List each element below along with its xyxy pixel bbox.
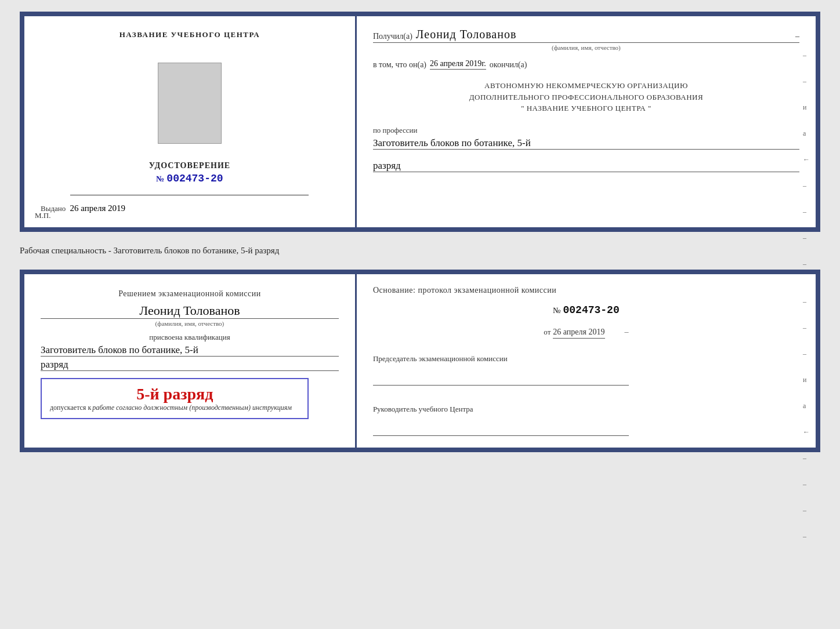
cert1-number-prefix: №	[156, 174, 164, 184]
cert1-okonchil-label: окончил(а)	[490, 60, 527, 70]
cert1-auto-line2: ДОПОЛНИТЕЛЬНОГО ПРОФЕССИОНАЛЬНОГО ОБРАЗО…	[373, 92, 799, 103]
cert2-ot-date: 26 апреля 2019	[553, 328, 604, 339]
cert1-vydano-date: 26 апреля 2019	[70, 203, 126, 213]
cert1-profession-label: по профессии	[373, 126, 418, 134]
specialty-label: Рабочая специальность - Заготовитель бло…	[20, 242, 820, 259]
cert1-right-dashes: – – и а ← – – – – –	[803, 51, 810, 294]
cert2-predsedatel-label: Председатель экзаменационной комиссии	[373, 354, 799, 364]
cert2-right-dashes: – – – и а ← – – – –	[803, 297, 810, 541]
cert2-dopusk-italic: работе согласно должностным (производств…	[92, 403, 292, 412]
cert1-fio-label: (фамилия, имя, отчество)	[373, 44, 799, 51]
cert2-left-panel: Решением экзаменационной комиссии Леонид…	[24, 274, 357, 448]
cert2-protocol-number: 002473-20	[563, 304, 620, 316]
cert2-resheniem-title: Решением экзаменационной комиссии	[41, 288, 339, 300]
cert1-razryad-block: разряд	[373, 158, 799, 172]
certificate-block-2: Решением экзаменационной комиссии Леонид…	[20, 270, 820, 452]
cert1-vtom-date: 26 апреля 2019г.	[430, 59, 486, 70]
cert2-dopusk-label: допускается к	[50, 403, 91, 412]
cert1-photo	[158, 63, 222, 144]
cert2-stamp-box: 5-й разряд допускается к работе согласно…	[41, 378, 309, 419]
cert2-osnovanie-title: Основание: протокол экзаменационной коми…	[373, 286, 799, 295]
cert2-prisvoena-label: присвоена квалификация	[41, 333, 339, 342]
cert1-right-panel: Получил(а) Леонид Толованов – (фамилия, …	[357, 16, 816, 227]
cert2-profession-value: Заготовитель блоков по ботанике, 5-й	[41, 344, 339, 357]
cert1-profession-value: Заготовитель блоков по ботанике, 5-й	[373, 137, 799, 150]
cert2-rukovoditel-sign-line	[373, 435, 629, 436]
cert1-auto-line3: " НАЗВАНИЕ УЧЕБНОГО ЦЕНТРА "	[373, 103, 799, 114]
cert1-recipient-name: Леонид Толованов	[416, 28, 517, 41]
cert1-training-center-title: НАЗВАНИЕ УЧЕБНОГО ЦЕНТРА	[120, 30, 260, 39]
cert2-fio-label: (фамилия, имя, отчество)	[41, 318, 339, 327]
cert2-razryad-value: разряд	[41, 359, 339, 371]
cert2-rukovoditel-label: Руководитель учебного Центра	[373, 404, 799, 415]
cert1-profession-block: по профессии Заготовитель блоков по бота…	[373, 126, 799, 150]
cert1-autonomous-block: АВТОНОМНУЮ НЕКОММЕРЧЕСКУЮ ОРГАНИЗАЦИЮ ДО…	[373, 80, 799, 114]
cert1-udostoverenie-label: УДОСТОВЕРЕНИЕ	[149, 161, 230, 170]
cert1-signature-line	[70, 195, 309, 195]
cert1-left-panel: НАЗВАНИЕ УЧЕБНОГО ЦЕНТРА УДОСТОВЕРЕНИЕ №…	[24, 16, 357, 227]
cert1-auto-line1: АВТОНОМНУЮ НЕКОММЕРЧЕСКУЮ ОРГАНИЗАЦИЮ	[373, 80, 799, 92]
cert1-number: 002473-20	[166, 173, 223, 184]
cert2-number-prefix: №	[553, 306, 560, 315]
cert1-vtom-label: в том, что он(а)	[373, 60, 426, 70]
cert1-razryad-value: разряд	[373, 160, 799, 172]
cert2-predsedatel-sign-line	[373, 385, 629, 386]
cert2-stamp-razryad: 5-й разряд	[50, 385, 299, 403]
cert2-dopusk-block: допускается к работе согласно должностны…	[50, 403, 299, 412]
certificate-block-1: НАЗВАНИЕ УЧЕБНОГО ЦЕНТРА УДОСТОВЕРЕНИЕ №…	[20, 12, 820, 232]
cert2-right-panel: Основание: протокол экзаменационной коми…	[357, 274, 816, 448]
cert2-recipient-name: Леонид Толованов	[41, 303, 339, 318]
cert2-ot-label: от	[544, 328, 551, 337]
cert1-poluchil-label: Получил(а)	[373, 32, 412, 41]
cert1-mp-label: М.П.	[35, 211, 50, 220]
